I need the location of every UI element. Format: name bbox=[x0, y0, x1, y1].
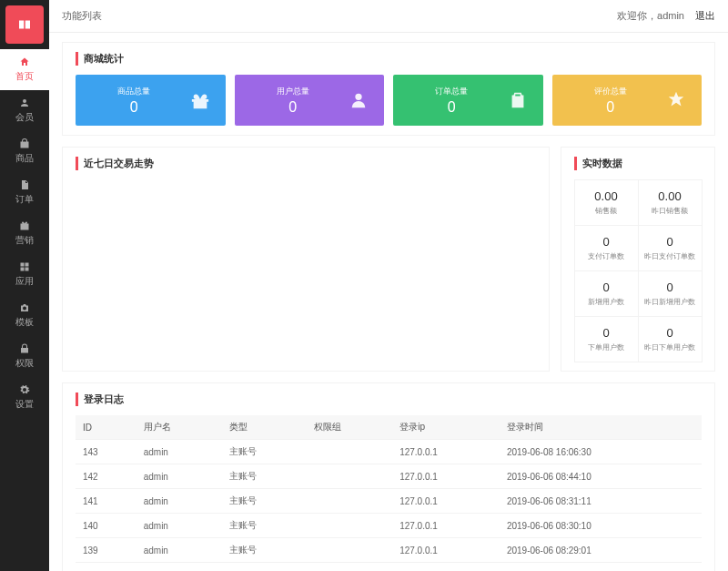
stat-label: 订单总量 bbox=[402, 86, 501, 97]
sidebar-item-label: 订单 bbox=[15, 193, 34, 206]
realtime-value: 0 bbox=[642, 280, 698, 294]
stat-label: 商品总量 bbox=[85, 86, 184, 97]
realtime-value: 0.00 bbox=[579, 189, 634, 203]
realtime-value: 0 bbox=[642, 235, 698, 249]
sidebar: 首页会员商品订单营销应用模板权限设置 bbox=[0, 0, 49, 571]
realtime-title: 实时数据 bbox=[574, 157, 702, 170]
gear-icon bbox=[19, 384, 30, 395]
sidebar-item-bag[interactable]: 商品 bbox=[0, 131, 49, 172]
table-header: 登录ip bbox=[392, 415, 500, 440]
table-cell: admin bbox=[136, 464, 222, 489]
table-cell: 主账号 bbox=[222, 440, 308, 464]
table-cell bbox=[307, 538, 392, 563]
giftbox-icon bbox=[184, 90, 217, 110]
stat-label: 评价总量 bbox=[561, 86, 661, 97]
logout-link[interactable]: 退出 bbox=[695, 9, 715, 23]
login-log-title: 登录日志 bbox=[76, 393, 702, 406]
star-icon bbox=[660, 90, 693, 110]
welcome-text: 欢迎你，admin bbox=[617, 9, 684, 23]
table-cell: 127.0.0.1 bbox=[392, 464, 500, 489]
bag-icon bbox=[19, 138, 30, 149]
table-cell: 127.0.0.1 bbox=[392, 538, 500, 563]
sidebar-item-label: 会员 bbox=[15, 111, 34, 124]
realtime-value: 0 bbox=[579, 326, 634, 340]
table-header: 用户名 bbox=[136, 415, 222, 440]
table-cell: 142 bbox=[76, 464, 136, 489]
realtime-cell: 0.00昨日销售额 bbox=[638, 179, 703, 226]
sidebar-item-label: 模板 bbox=[15, 316, 34, 329]
table-cell: 2019-06-08 16:06:30 bbox=[500, 440, 702, 464]
sidebar-item-grid[interactable]: 应用 bbox=[0, 254, 49, 295]
sidebar-item-label: 设置 bbox=[15, 398, 34, 411]
table-header: 登录时间 bbox=[500, 415, 702, 440]
table-cell: 2019-06-06 08:30:10 bbox=[500, 514, 702, 538]
sidebar-item-camera[interactable]: 模板 bbox=[0, 295, 49, 336]
table-row: 141admin主账号127.0.0.12019-06-06 08:31:11 bbox=[76, 489, 702, 514]
logo bbox=[5, 5, 44, 44]
sidebar-item-gift[interactable]: 营销 bbox=[0, 213, 49, 254]
realtime-value: 0.00 bbox=[642, 189, 698, 203]
table-header: ID bbox=[76, 415, 136, 440]
table-row: 143admin主账号127.0.0.12019-06-08 16:06:30 bbox=[76, 440, 702, 464]
lock-icon bbox=[19, 343, 30, 354]
realtime-cell: 0昨日下单用户数 bbox=[638, 316, 703, 362]
user-icon bbox=[19, 97, 30, 108]
stat-card: 订单总量0 bbox=[393, 75, 543, 126]
realtime-label: 支付订单数 bbox=[579, 251, 634, 261]
grid-icon bbox=[19, 261, 30, 272]
sidebar-item-home[interactable]: 首页 bbox=[0, 49, 49, 90]
doc-icon bbox=[19, 179, 30, 190]
sidebar-item-doc[interactable]: 订单 bbox=[0, 172, 49, 213]
table-cell: admin bbox=[136, 440, 222, 464]
trend-panel: 近七日交易走势 bbox=[62, 147, 550, 372]
mall-stats-panel: 商城统计 商品总量0用户总量0订单总量0评价总量0 bbox=[62, 42, 715, 136]
sidebar-item-label: 首页 bbox=[15, 70, 34, 83]
table-cell: 2019-06-06 08:31:11 bbox=[500, 489, 702, 514]
sidebar-item-user[interactable]: 会员 bbox=[0, 90, 49, 131]
sidebar-item-lock[interactable]: 权限 bbox=[0, 336, 49, 377]
realtime-label: 下单用户数 bbox=[579, 342, 634, 352]
table-cell: 127.0.0.1 bbox=[392, 514, 500, 538]
realtime-label: 新增用户数 bbox=[579, 297, 634, 307]
table-cell bbox=[307, 464, 392, 489]
mall-stats-title: 商城统计 bbox=[76, 52, 702, 66]
table-cell: 143 bbox=[76, 440, 136, 464]
stat-value: 0 bbox=[561, 99, 661, 116]
realtime-label: 昨日支付订单数 bbox=[642, 251, 698, 261]
home-icon bbox=[19, 56, 30, 67]
table-cell: 127.0.0.1 bbox=[392, 489, 500, 514]
table-header: 权限组 bbox=[307, 415, 392, 440]
table-cell: admin bbox=[136, 538, 222, 563]
realtime-label: 昨日新增用户数 bbox=[642, 297, 698, 307]
table-cell: 主账号 bbox=[222, 489, 308, 514]
table-row: 140admin主账号127.0.0.12019-06-06 08:30:10 bbox=[76, 514, 702, 538]
stat-value: 0 bbox=[244, 99, 343, 116]
login-log-panel: 登录日志 ID用户名类型权限组登录ip登录时间 143admin主账号127.0… bbox=[62, 382, 715, 571]
sidebar-item-label: 应用 bbox=[15, 275, 34, 288]
sidebar-item-gear[interactable]: 设置 bbox=[0, 377, 49, 418]
realtime-cell: 0支付订单数 bbox=[574, 225, 639, 271]
table-cell: 主账号 bbox=[222, 514, 308, 538]
page-title: 功能列表 bbox=[62, 9, 102, 23]
table-cell: admin bbox=[136, 489, 222, 514]
stat-value: 0 bbox=[402, 99, 501, 116]
sidebar-item-label: 权限 bbox=[15, 357, 34, 370]
table-cell: 141 bbox=[76, 489, 136, 514]
camera-icon bbox=[19, 302, 30, 313]
table-cell: 主账号 bbox=[222, 464, 308, 489]
table-cell: admin bbox=[136, 514, 222, 538]
table-cell: 127.0.0.1 bbox=[392, 440, 500, 464]
realtime-label: 昨日下单用户数 bbox=[642, 342, 698, 352]
table-cell bbox=[307, 514, 392, 538]
stat-card: 商品总量0 bbox=[76, 75, 226, 126]
realtime-value: 0 bbox=[642, 326, 698, 340]
realtime-panel: 实时数据 0.00销售额0.00昨日销售额0支付订单数0昨日支付订单数0新增用户… bbox=[561, 147, 715, 372]
table-cell: 140 bbox=[76, 514, 136, 538]
realtime-value: 0 bbox=[579, 280, 634, 294]
realtime-label: 销售额 bbox=[579, 206, 634, 216]
realtime-cell: 0.00销售额 bbox=[574, 179, 639, 226]
trend-title: 近七日交易走势 bbox=[76, 157, 536, 170]
table-cell bbox=[307, 440, 392, 464]
header: 功能列表 欢迎你，admin 退出 bbox=[49, 0, 728, 33]
realtime-cell: 0昨日支付订单数 bbox=[638, 225, 703, 271]
